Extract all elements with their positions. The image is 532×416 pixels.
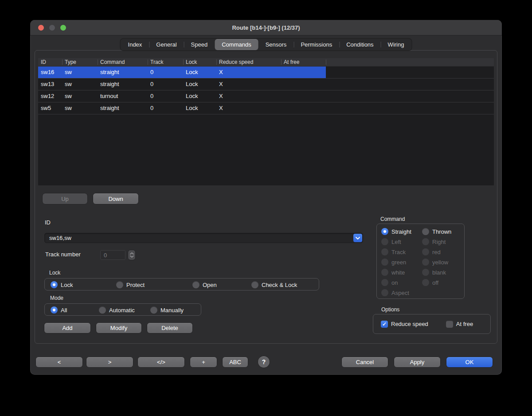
radio-right: Right (422, 238, 464, 245)
column-header-at-free[interactable]: At free (281, 58, 326, 66)
radio-icon (422, 259, 429, 266)
tab-sensors[interactable]: Sensors (258, 39, 294, 50)
radio-icon[interactable] (51, 306, 58, 314)
radio-icon (381, 259, 388, 266)
radio-icon (422, 269, 429, 276)
tab-speed[interactable]: Speed (184, 39, 215, 50)
radio-icon (422, 279, 429, 286)
radio-icon[interactable] (116, 281, 123, 288)
radio-label: Track (391, 249, 406, 255)
table-row[interactable]: sw5 sw straight 0 Lock X (38, 102, 494, 114)
radio-straight[interactable]: Straight (381, 228, 422, 235)
radio-icon (381, 238, 388, 245)
cell-type: sw (62, 67, 98, 78)
radio-label: Straight (391, 228, 411, 235)
command-group: Straight Thrown Left Right Track (376, 224, 465, 299)
code-view-button[interactable]: </> (138, 357, 184, 367)
radio-icon[interactable] (51, 281, 58, 288)
minimize-button[interactable] (49, 25, 55, 31)
column-header-id[interactable]: ID (38, 58, 62, 66)
tab-index[interactable]: Index (121, 39, 149, 50)
radio-automatic[interactable]: Automatic (99, 306, 135, 314)
radio-label: Thrown (432, 228, 451, 235)
move-up-button[interactable]: Up (43, 193, 87, 204)
tab-wiring[interactable]: Wiring (381, 39, 411, 50)
tab-conditions[interactable]: Conditions (339, 39, 380, 50)
plus-button[interactable]: + (190, 357, 217, 367)
radio-icon (381, 289, 388, 296)
radio-track: Track (381, 248, 422, 255)
titlebar[interactable]: Route [b14-]-[b9-] (12/37) (30, 20, 502, 35)
id-combobox-value: sw16,sw (49, 235, 71, 241)
radio-aspect: Aspect (381, 289, 422, 296)
delete-button[interactable]: Delete (147, 323, 192, 333)
add-button[interactable]: Add (44, 323, 90, 333)
column-header-track[interactable]: Track (148, 58, 183, 66)
table-row[interactable]: sw12 sw turnout 0 Lock X (38, 90, 494, 102)
checkbox-icon[interactable] (446, 321, 453, 328)
radio-icon[interactable] (99, 306, 106, 314)
commands-table: ID Type Command Track Lock Reduce speed … (38, 58, 494, 185)
id-combobox[interactable]: sw16,sw (44, 233, 363, 243)
nav-prev-button[interactable]: < (36, 357, 82, 367)
radio-lock[interactable]: Lock (51, 281, 73, 288)
apply-button[interactable]: Apply (394, 357, 440, 367)
column-header-lock[interactable]: Lock (183, 58, 216, 66)
cell-track: 0 (148, 67, 183, 78)
radio-label: Open (203, 282, 217, 288)
table-row[interactable]: sw16 sw straight 0 Lock X (38, 67, 494, 78)
chevron-down-icon (356, 237, 360, 239)
cell-id: sw12 (38, 90, 62, 102)
cell-track: 0 (148, 90, 183, 102)
cell-filler (326, 90, 494, 102)
zoom-button[interactable] (60, 25, 66, 31)
column-header-command[interactable]: Command (98, 58, 148, 66)
tab-permissions[interactable]: Permissions (293, 39, 339, 50)
checkbox-reduce-speed[interactable]: Reduce speed (381, 321, 428, 328)
radio-open[interactable]: Open (192, 281, 217, 288)
help-button[interactable]: ? (258, 356, 270, 368)
close-button[interactable] (38, 25, 44, 31)
nav-next-button[interactable]: > (86, 357, 133, 367)
radio-icon[interactable] (150, 306, 157, 314)
radio-icon[interactable] (422, 228, 429, 235)
radio-all[interactable]: All (51, 306, 67, 314)
radio-label: All (61, 307, 67, 314)
cell-lock: Lock (183, 90, 216, 102)
radio-protect[interactable]: Protect (116, 281, 145, 288)
commands-tab-pane: ID Type Command Track Lock Reduce speed … (35, 50, 497, 344)
radio-label: Lock (61, 282, 73, 288)
radio-icon (381, 248, 388, 255)
command-group-label: Command (380, 216, 405, 222)
abc-button[interactable]: ABC (223, 357, 248, 367)
column-header-reduce-speed[interactable]: Reduce speed (216, 58, 281, 66)
table-row[interactable]: sw13 sw straight 0 Lock X (38, 78, 494, 90)
track-number-stepper[interactable] (128, 250, 135, 260)
cell-reduce-speed: X (216, 102, 281, 114)
tab-general[interactable]: General (149, 39, 184, 50)
radio-thrown[interactable]: Thrown (422, 228, 464, 235)
radio-icon[interactable] (251, 281, 258, 288)
checkbox-at-free[interactable]: At free (446, 321, 473, 328)
radio-label: Right (432, 239, 446, 245)
column-header-filler (326, 58, 494, 66)
combobox-dropdown-button[interactable] (353, 234, 362, 242)
ok-button[interactable]: OK (446, 357, 493, 367)
radio-check-and-lock[interactable]: Check & Lock (251, 281, 297, 288)
lock-group-label: Lock (49, 270, 60, 276)
id-label: ID (45, 219, 51, 226)
radio-label: Left (391, 239, 401, 245)
track-number-field[interactable]: 0 (100, 250, 125, 260)
radio-manually[interactable]: Manually (150, 306, 184, 314)
cell-type: sw (62, 102, 98, 114)
modify-button[interactable]: Modify (96, 323, 141, 333)
radio-label: Manually (160, 307, 184, 314)
column-header-type[interactable]: Type (62, 58, 98, 66)
radio-icon[interactable] (192, 281, 200, 288)
move-down-button[interactable]: Down (93, 193, 138, 204)
radio-icon[interactable] (381, 228, 388, 235)
table-header: ID Type Command Track Lock Reduce speed … (38, 58, 494, 67)
checkbox-icon[interactable] (381, 321, 388, 328)
tab-commands[interactable]: Commands (215, 39, 258, 50)
cancel-button[interactable]: Cancel (342, 357, 388, 367)
